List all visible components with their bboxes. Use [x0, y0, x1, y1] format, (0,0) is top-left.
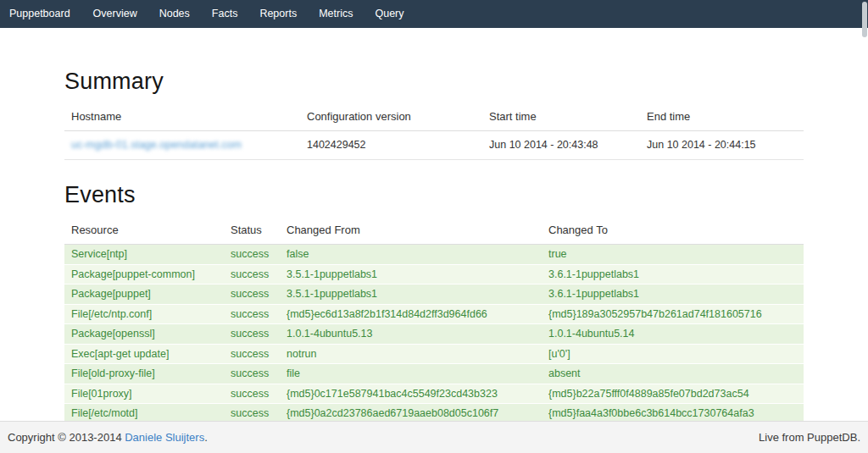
- event-status: success: [224, 245, 280, 265]
- events-table: Resource Status Changed From Changed To …: [64, 215, 804, 423]
- event-row: Exec[apt-get update] success notrun [u'0…: [64, 344, 804, 364]
- event-to: 1.0.1-4ubuntu5.14: [542, 324, 804, 345]
- event-resource: Package[openssl]: [64, 324, 224, 345]
- event-to: 3.6.1-1puppetlabs1: [542, 264, 804, 285]
- footer: Copyright © 2013-2014 Daniele Sluijters.…: [0, 421, 868, 453]
- event-from: file: [280, 364, 542, 384]
- events-col-changed-from: Changed From: [280, 215, 542, 245]
- events-header-row: Resource Status Changed From Changed To: [64, 215, 804, 245]
- event-from: {md5}0c171e587941bac4c5549f23cd43b323: [280, 384, 542, 404]
- event-row: File[01proxy] success {md5}0c171e587941b…: [64, 384, 804, 404]
- summary-col-end-time: End time: [640, 102, 804, 131]
- event-status: success: [224, 285, 280, 305]
- event-to: [u'0']: [542, 344, 804, 364]
- event-resource: File[old-proxy-file]: [64, 364, 224, 384]
- event-row: Package[puppet-common] success 3.5.1-1pu…: [64, 264, 804, 285]
- event-row: File[old-proxy-file] success file absent: [64, 364, 804, 384]
- author-link[interactable]: Daniele Sluijters: [125, 431, 204, 444]
- navbar: Puppetboard Overview Nodes Facts Reports…: [0, 0, 868, 28]
- nav-item-reports[interactable]: Reports: [248, 0, 308, 28]
- event-resource: Service[ntp]: [64, 245, 224, 265]
- nav-item-facts[interactable]: Facts: [201, 0, 249, 28]
- event-status: success: [224, 324, 280, 345]
- event-status: success: [224, 364, 280, 384]
- event-status: success: [224, 384, 280, 404]
- summary-col-start-time: Start time: [482, 102, 640, 131]
- event-from: notrun: [280, 344, 542, 364]
- event-row: Service[ntp] success false true: [64, 245, 804, 265]
- summary-table: Hostname Configuration version Start tim…: [64, 102, 804, 160]
- copyright-period: .: [204, 431, 208, 444]
- navbar-brand[interactable]: Puppetboard: [2, 0, 82, 28]
- event-resource: Package[puppet]: [64, 285, 224, 305]
- events-col-changed-to: Changed To: [542, 215, 804, 245]
- event-resource: Package[puppet-common]: [64, 264, 224, 285]
- summary-row: uc-mgdb-01.stage.opendatanet.com 1402429…: [64, 131, 804, 160]
- event-row: Package[puppet] success 3.5.1-1puppetlab…: [64, 285, 804, 305]
- event-status: success: [224, 304, 280, 324]
- event-row: File[/etc/ntp.conf] success {md5}ec6d13a…: [64, 304, 804, 324]
- event-to: {md5}189a3052957b47b261ad74f181605716: [542, 304, 804, 324]
- event-row: Package[openssl] success 1.0.1-4ubuntu5.…: [64, 324, 804, 345]
- scrollbar[interactable]: [862, 2, 867, 37]
- event-to: absent: [542, 364, 804, 384]
- copyright-text: Copyright © 2013-2014: [8, 431, 122, 444]
- end-time-value: Jun 10 2014 - 20:44:15: [640, 131, 804, 160]
- nav-item-overview[interactable]: Overview: [82, 0, 148, 28]
- hostname-link[interactable]: uc-mgdb-01.stage.opendatanet.com: [71, 139, 242, 151]
- events-heading: Events: [64, 182, 804, 208]
- events-col-status: Status: [224, 215, 280, 245]
- nav-item-nodes[interactable]: Nodes: [148, 0, 201, 28]
- event-to: {md5}b22a75fff0f4889a85fe07bd2d73ac54: [542, 384, 804, 404]
- summary-col-hostname: Hostname: [64, 102, 300, 131]
- event-to: 3.6.1-1puppetlabs1: [542, 285, 804, 305]
- event-to: true: [542, 245, 804, 265]
- event-from: {md5}ec6d13a8f2b1f314d84d2ff3d964fd66: [280, 304, 542, 324]
- event-from: 3.5.1-1puppetlabs1: [280, 285, 542, 305]
- event-status: success: [224, 264, 280, 285]
- event-resource: Exec[apt-get update]: [64, 344, 224, 364]
- config-version-value: 1402429452: [300, 131, 482, 160]
- event-resource: File[01proxy]: [64, 384, 224, 404]
- event-from: false: [280, 245, 542, 265]
- event-resource: File[/etc/ntp.conf]: [64, 304, 224, 324]
- nav-item-metrics[interactable]: Metrics: [308, 0, 364, 28]
- event-from: 3.5.1-1puppetlabs1: [280, 264, 542, 285]
- event-from: 1.0.1-4ubuntu5.13: [280, 324, 542, 345]
- start-time-value: Jun 10 2014 - 20:43:48: [482, 131, 640, 160]
- events-col-resource: Resource: [64, 215, 224, 245]
- main-content: Summary Hostname Configuration version S…: [64, 28, 804, 423]
- summary-col-config-version: Configuration version: [300, 102, 482, 131]
- summary-heading: Summary: [64, 69, 804, 95]
- footer-copyright: Copyright © 2013-2014 Daniele Sluijters.: [8, 431, 208, 444]
- summary-header-row: Hostname Configuration version Start tim…: [64, 102, 804, 131]
- footer-status: Live from PuppetDB.: [759, 431, 860, 444]
- nav-item-query[interactable]: Query: [364, 0, 415, 28]
- event-status: success: [224, 344, 280, 364]
